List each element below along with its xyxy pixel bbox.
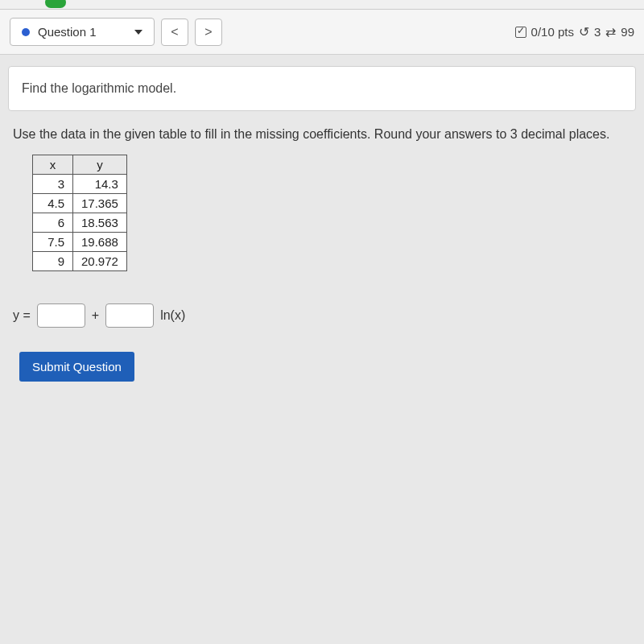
top-strip	[0, 0, 644, 10]
table-row: 6 18.563	[33, 213, 127, 233]
col-y-header: y	[73, 155, 127, 175]
nav-bar: Question 1 < > 0/10 pts ↺ 3 ⇄ 99	[0, 10, 644, 55]
cell-x: 7.5	[33, 233, 73, 252]
table-header-row: x y	[33, 155, 127, 175]
data-table-wrap: x y 3 14.3 4.5 17.365 6 18.563 7.5 19.68…	[0, 155, 644, 271]
cell-y: 20.972	[73, 252, 127, 271]
coefficient-b-input[interactable]	[105, 303, 154, 328]
cell-x: 4.5	[33, 194, 73, 213]
data-table: x y 3 14.3 4.5 17.365 6 18.563 7.5 19.68…	[32, 155, 127, 271]
swap-icon: ⇄	[605, 24, 616, 39]
equation-lhs: y =	[13, 308, 31, 323]
equation-row: y = + ln(x)	[0, 271, 644, 352]
table-row: 7.5 19.688	[33, 233, 127, 252]
cell-y: 14.3	[73, 175, 127, 194]
coefficient-a-input[interactable]	[37, 303, 85, 328]
status-dot-icon	[22, 28, 30, 36]
equation-tail: ln(x)	[160, 308, 185, 323]
check-icon	[515, 27, 526, 38]
table-row: 9 20.972	[33, 252, 127, 271]
retries-text: 99	[621, 25, 634, 39]
col-x-header: x	[33, 155, 73, 175]
retry-icon: ↺	[579, 24, 589, 39]
prev-question-button[interactable]: <	[161, 19, 188, 46]
instruction-text: Use the data in the given table to fill …	[0, 122, 644, 155]
question-label: Question 1	[38, 25, 126, 39]
score-text: 0/10 pts	[531, 25, 574, 39]
table-row: 4.5 17.365	[33, 194, 127, 213]
table-row: 3 14.3	[33, 175, 127, 194]
cell-x: 6	[33, 213, 73, 233]
cell-y: 19.688	[73, 233, 127, 252]
cell-x: 3	[33, 175, 73, 194]
chevron-down-icon	[134, 30, 142, 35]
cell-x: 9	[33, 252, 73, 271]
cell-y: 18.563	[73, 213, 127, 233]
equation-plus: +	[92, 308, 99, 323]
prompt-box: Find the logarithmic model.	[8, 66, 636, 111]
next-question-button[interactable]: >	[195, 19, 222, 46]
question-dropdown[interactable]: Question 1	[10, 18, 155, 46]
prompt-text: Find the logarithmic model.	[22, 81, 622, 96]
cell-y: 17.365	[73, 194, 127, 213]
attempts-text: 3	[594, 25, 601, 39]
score-area: 0/10 pts ↺ 3 ⇄ 99	[515, 24, 634, 39]
submit-question-button[interactable]: Submit Question	[19, 352, 134, 382]
